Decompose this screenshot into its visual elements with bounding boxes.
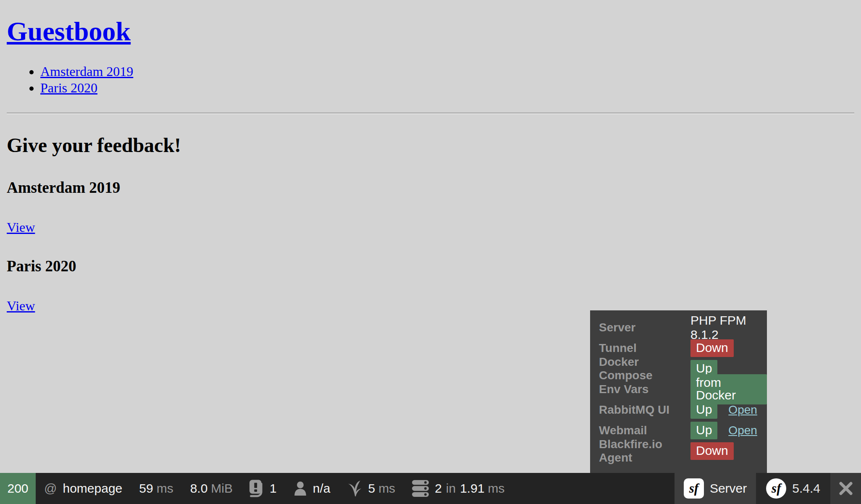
- status-badge: from Docker: [690, 374, 767, 404]
- log-exclamation-icon: [249, 480, 264, 497]
- logs-count: 1: [270, 481, 277, 496]
- route-name: homepage: [63, 481, 122, 496]
- divider: [7, 113, 854, 114]
- db-query-count: 2: [435, 481, 442, 496]
- memory-value: 8.0: [190, 481, 208, 496]
- open-webmail-link[interactable]: Open: [728, 424, 757, 437]
- conference-title-paris-2020: Paris 2020: [7, 257, 854, 275]
- panel-label: RabbitMQ UI: [599, 403, 690, 417]
- logs-block[interactable]: 1: [241, 473, 285, 504]
- memory-unit: MiB: [211, 481, 233, 496]
- panel-label: Docker Compose: [599, 355, 690, 382]
- at-symbol: @: [44, 481, 57, 496]
- conference-nav: Amsterdam 2019 Paris 2020: [7, 64, 854, 96]
- toolbar-right-group: sf Server sf 5.4.4: [675, 473, 861, 504]
- panel-label: Blackfire.io Agent: [599, 438, 690, 465]
- security-user: n/a: [313, 481, 331, 496]
- view-paragraph: View: [7, 220, 854, 235]
- request-time-value: 59: [139, 481, 153, 496]
- symfony-version-block[interactable]: sf 5.4.4: [756, 473, 830, 504]
- symfony-debug-toolbar: 200 @ homepage 59 ms 8.0 MiB 1 n/a 5 ms: [0, 473, 861, 504]
- guestbook-home-link[interactable]: Guestbook: [7, 16, 131, 46]
- database-icon: [412, 480, 429, 497]
- open-rabbitmq-link[interactable]: Open: [728, 403, 757, 417]
- server-version-value: PHP FPM 8.1.2: [690, 313, 767, 342]
- status-badge: Up: [690, 401, 717, 419]
- page-title: Guestbook: [7, 16, 854, 47]
- panel-row-blackfire-agent: Blackfire.io Agent Down: [590, 441, 767, 461]
- symfony-server-logo-icon: sf: [684, 478, 704, 499]
- request-time-unit: ms: [157, 481, 173, 496]
- twig-time-value: 5: [368, 481, 375, 496]
- memory-block[interactable]: 8.0 MiB: [182, 473, 241, 504]
- panel-label: Env Vars: [599, 383, 690, 396]
- db-time-value: 1.91: [460, 481, 484, 496]
- status-badge: Up: [690, 422, 717, 439]
- list-item: Paris 2020: [40, 80, 854, 96]
- close-toolbar-button[interactable]: [830, 473, 861, 504]
- symfony-version-label: 5.4.4: [792, 481, 820, 496]
- symfony-logo-icon: sf: [766, 478, 786, 499]
- page-content: Guestbook Amsterdam 2019 Paris 2020 Give…: [0, 16, 861, 314]
- conference-title-amsterdam-2019: Amsterdam 2019: [7, 178, 854, 197]
- http-status-block[interactable]: 200: [0, 473, 36, 504]
- list-item: Amsterdam 2019: [40, 64, 854, 79]
- panel-label: Tunnel: [599, 341, 690, 355]
- status-badge: Down: [690, 339, 734, 357]
- twig-icon: [347, 480, 362, 497]
- http-status-code: 200: [7, 481, 28, 496]
- request-time-block[interactable]: 59 ms: [131, 473, 181, 504]
- nav-link-amsterdam-2019[interactable]: Amsterdam 2019: [40, 64, 133, 79]
- panel-label: Webmail: [599, 424, 690, 437]
- security-block[interactable]: n/a: [285, 473, 339, 504]
- view-link-paris-2020[interactable]: View: [7, 298, 35, 313]
- route-block[interactable]: @ homepage: [36, 473, 131, 504]
- twig-time-unit: ms: [378, 481, 395, 496]
- view-link-amsterdam-2019[interactable]: View: [7, 220, 35, 235]
- server-block-label: Server: [710, 481, 747, 496]
- close-icon: [838, 480, 854, 496]
- feedback-heading: Give your feedback!: [7, 134, 854, 157]
- panel-row-server: Server PHP FPM 8.1.2: [590, 317, 767, 338]
- twig-block[interactable]: 5 ms: [339, 473, 404, 504]
- db-in-label: in: [446, 481, 456, 496]
- server-toolbar-block[interactable]: sf Server: [675, 473, 756, 504]
- person-icon: [294, 481, 307, 496]
- database-block[interactable]: 2 in 1.91 ms: [404, 473, 513, 504]
- status-badge: Down: [690, 442, 734, 460]
- db-time-unit: ms: [488, 481, 505, 496]
- panel-label: Server: [599, 321, 690, 334]
- nav-link-paris-2020[interactable]: Paris 2020: [40, 80, 97, 95]
- server-status-panel: Server PHP FPM 8.1.2 Tunnel Down Docker …: [590, 310, 767, 473]
